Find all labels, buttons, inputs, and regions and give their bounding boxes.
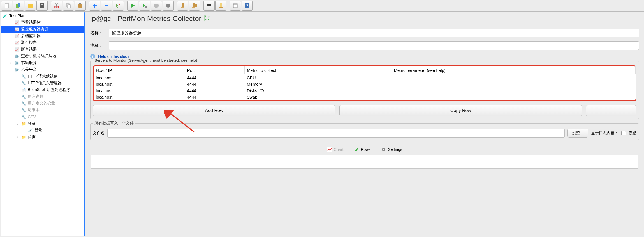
tree-item[interactable]: 📈察看结果树: [1, 19, 84, 26]
save-icon[interactable]: [36, 1, 48, 11]
browse-button[interactable]: 浏览...: [567, 129, 588, 138]
svg-rect-37: [327, 147, 332, 152]
cut-icon[interactable]: [51, 1, 62, 11]
tree-label: 登录: [28, 121, 36, 126]
tree-item[interactable]: 📈监控服务器资源: [1, 26, 84, 33]
tree-label: 后端监听器: [21, 33, 41, 38]
tree-item[interactable]: 🔧HTTP信息头管理器: [1, 80, 84, 86]
table-cell[interactable]: 4444: [185, 87, 245, 94]
tree-panel: 🧪 Test Plan 📈察看结果树📈监控服务器资源📈后端监听器📈聚合报告📈断言…: [1, 12, 85, 236]
svg-rect-21: [181, 7, 184, 8]
table-cell[interactable]: [392, 94, 635, 100]
expander-icon[interactable]: ›: [9, 55, 13, 58]
tree-item[interactable]: 📈后端监听器: [1, 33, 84, 39]
paste-icon[interactable]: [75, 1, 86, 11]
gear-icon: ⚙️: [14, 60, 19, 65]
table-cell[interactable]: Memory: [245, 81, 392, 87]
table-cell[interactable]: 4444: [185, 81, 245, 87]
tree-item[interactable]: 📈聚合报告: [1, 39, 84, 46]
tab-rows[interactable]: Rows: [351, 146, 373, 153]
run-icon[interactable]: [127, 1, 138, 11]
table-cell[interactable]: [392, 87, 635, 94]
tab-chart[interactable]: Chart: [324, 146, 346, 153]
gear-icon: ⚙️: [14, 67, 19, 72]
add-icon[interactable]: [89, 1, 100, 11]
expand-icon[interactable]: [113, 1, 124, 11]
wrench-icon: 🔧: [21, 114, 26, 119]
table-row[interactable]: localhost4444Disks I/O: [94, 87, 636, 94]
table-cell[interactable]: localhost: [94, 94, 185, 100]
tree-item[interactable]: 🔧CSV: [1, 113, 84, 120]
search-icon[interactable]: [203, 1, 215, 11]
servers-legend: Servers to Monitor (ServerAgent must be …: [93, 58, 198, 63]
expand-icon[interactable]: [204, 15, 210, 22]
tree-item[interactable]: ›⚙️查看手机号码归属地: [1, 53, 84, 60]
table-cell[interactable]: CPU: [245, 74, 392, 81]
copy-row-button[interactable]: Copy Row: [339, 105, 582, 116]
svg-point-33: [234, 4, 235, 4]
expander-icon[interactable]: ⌄: [16, 122, 19, 125]
table-cell[interactable]: localhost: [94, 87, 185, 94]
name-input[interactable]: [109, 29, 639, 37]
servers-table[interactable]: Host / IPPortMetric to collectMetric par…: [94, 66, 636, 100]
clear-all-icon[interactable]: [189, 1, 200, 11]
tab-settings[interactable]: Settings: [378, 146, 405, 153]
expander-icon[interactable]: ›: [9, 61, 13, 65]
servers-fieldset: Servers to Monitor (ServerAgent must be …: [90, 61, 639, 119]
table-cell[interactable]: localhost: [94, 74, 185, 81]
tree-item[interactable]: ⌄⚙️风暴平台: [1, 66, 84, 73]
new-icon[interactable]: [1, 1, 12, 11]
tree-item[interactable]: ›📁首页: [1, 134, 84, 140]
copy-icon[interactable]: [63, 1, 74, 11]
svg-marker-18: [154, 4, 159, 8]
svg-rect-2: [18, 3, 20, 7]
expander-icon[interactable]: ›: [16, 136, 19, 139]
help-icon[interactable]: ?: [242, 1, 253, 11]
run-no-timers-icon[interactable]: [139, 1, 150, 11]
tree-item[interactable]: 🔧用户参数: [1, 93, 84, 100]
table-header[interactable]: Port: [185, 66, 245, 74]
shutdown-icon[interactable]: [163, 1, 174, 11]
delete-row-button[interactable]: [586, 105, 636, 116]
tree-item[interactable]: ›⚙️书籍服务: [1, 60, 84, 66]
table-cell[interactable]: localhost: [94, 81, 185, 87]
svg-rect-29: [219, 7, 223, 8]
only-errors-checkbox[interactable]: [621, 131, 626, 135]
tree-label: 用户参数: [28, 94, 43, 99]
table-cell[interactable]: Disks I/O: [245, 87, 392, 94]
remove-icon[interactable]: [101, 1, 112, 11]
bean-icon: 📄: [21, 87, 26, 92]
tree-item[interactable]: 📈断言结果: [1, 46, 84, 53]
expander-icon[interactable]: ⌄: [9, 68, 13, 71]
table-cell[interactable]: [392, 81, 635, 87]
tree-root[interactable]: 🧪 Test Plan: [1, 12, 84, 19]
table-cell[interactable]: Swap: [245, 94, 392, 100]
tree-item[interactable]: ⌄📁登录: [1, 120, 84, 127]
table-cell[interactable]: 4444: [185, 74, 245, 81]
tree-item[interactable]: 📄BeanShell 后置处理程序: [1, 86, 84, 93]
chart-icon: 📈: [14, 27, 19, 32]
table-row[interactable]: localhost4444CPU: [94, 74, 636, 81]
table-row[interactable]: localhost4444Memory: [94, 81, 636, 87]
tree-item[interactable]: 🔧HTTP请求默认值: [1, 73, 84, 80]
table-row[interactable]: localhost4444Swap: [94, 94, 636, 100]
table-cell[interactable]: [392, 74, 635, 81]
tree-label: HTTP请求默认值: [28, 74, 58, 79]
tabs-row: Chart Rows Settings: [90, 144, 639, 155]
tree-item[interactable]: 🔧记事本: [1, 107, 84, 113]
tree-item[interactable]: 🔧用户定义的变量: [1, 100, 84, 107]
filename-input[interactable]: [107, 129, 565, 138]
table-header[interactable]: Host / IP: [94, 66, 185, 74]
table-header[interactable]: Metric to collect: [245, 66, 392, 74]
tree-item[interactable]: 💉登录: [1, 127, 84, 134]
add-row-button[interactable]: Add Row: [93, 105, 335, 116]
function-helper-icon[interactable]: [215, 1, 226, 11]
stop-icon[interactable]: [151, 1, 162, 11]
comment-input[interactable]: [109, 41, 639, 50]
options-icon[interactable]: [230, 1, 241, 11]
table-header[interactable]: Metric parameter (see help): [392, 66, 635, 74]
templates-icon[interactable]: [13, 1, 24, 11]
open-icon[interactable]: [25, 1, 36, 11]
table-cell[interactable]: 4444: [185, 94, 245, 100]
clear-icon[interactable]: [177, 1, 188, 11]
